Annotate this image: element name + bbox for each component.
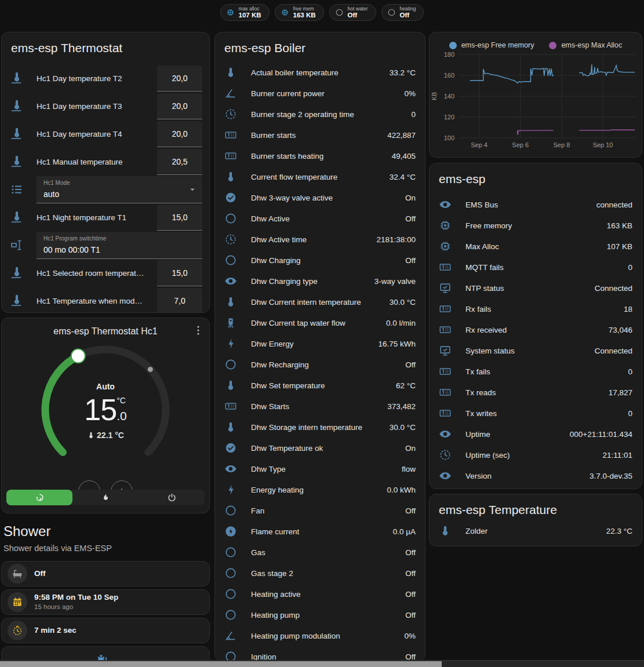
entity-row[interactable]: Dhw Storage intern temperature 30.0 °C [215,417,425,438]
entity-row[interactable]: Tx reads 17,827 [430,382,642,403]
entity-row[interactable]: Hc1 Selected room temperat… 15,0 [2,259,209,287]
entity-row[interactable]: Tx writes 0 [430,403,642,424]
entity-row[interactable]: Energy heating 0.0 kWh [215,479,425,500]
entity-value: 0 [623,367,632,376]
entity-row[interactable]: System status Connected [430,340,642,361]
entity-row[interactable]: Zolder 22.3 °C [430,520,642,541]
shower-tile[interactable]: 7 min 2 sec [1,618,210,643]
entity-row[interactable]: Uptime (sec) 21:11:01 [430,444,642,465]
bathtub-icon [12,568,23,579]
number-input[interactable]: 20,0 [157,121,202,147]
entity-label: Uptime (sec) [465,451,510,460]
number-input[interactable]: 20,0 [157,65,202,92]
entity-row[interactable]: Dhw 3-way valve active On [215,187,425,208]
entity-value: 3.7.0-dev.35 [585,472,632,480]
entity-row[interactable]: Rx received 73,046 [430,319,642,340]
entity-row[interactable]: Hc1 Day temperature T2 20,0 [2,64,209,92]
entity-row[interactable]: Hc1 Temperature when mod… 7,0 [2,287,209,313]
entity-row[interactable]: Dhw Current intern temperature 30.0 °C [215,291,425,312]
entity-row[interactable]: Hc1 Night temperature T1 15,0 [2,203,209,231]
entity-row[interactable]: Dhw Type flow [215,458,425,479]
status-chip[interactable]: max alloc 107 KB [220,4,270,21]
hvac-mode-button[interactable] [6,490,72,505]
status-chip[interactable]: heating Off [381,4,424,21]
entity-label: Burner stage 2 operating time [251,110,354,119]
svg-text:Sep 6: Sep 6 [512,141,529,148]
entity-label: Heating pump modulation [251,632,340,640]
entity-row[interactable]: Heating active Off [215,584,425,604]
entity-label: Flame current [251,527,299,536]
entity-row[interactable]: Dhw Current tap water flow 0.0 l/min [215,312,425,333]
entity-row[interactable]: Burner starts 422,887 [215,125,425,145]
entity-row[interactable]: Dhw Recharging Off [215,354,425,375]
entity-value: 0.0 µA [388,527,416,536]
entity-row[interactable]: Burner current power 0% [215,83,425,104]
shower-tile[interactable]: 9:58 PM on Tue 10 Sep 15 hours ago [1,589,210,615]
counter-icon [439,386,452,399]
entity-label: Actual boiler temperature [251,68,339,77]
status-chip[interactable]: hot water Off [329,4,376,21]
number-input[interactable]: 15,0 [157,260,202,286]
entity-row[interactable]: Dhw Temperature ok On [215,438,425,458]
dial-knob[interactable] [71,349,85,363]
thermostat-dial[interactable]: Auto 15°C.0 22.1 °C [24,340,187,479]
number-input[interactable]: 15,0 [157,205,202,231]
status-chip[interactable]: free mem 163 KB [275,4,324,21]
entity-row[interactable]: Flame current 0.0 µA [215,521,425,542]
entity-row[interactable]: Dhw Set temperature 62 °C [215,375,425,396]
entity-row[interactable]: Heating pump Off [215,604,425,625]
entity-label: Gas [251,548,265,557]
entity-label: Dhw Active [251,214,290,223]
entity-label: Tx fails [465,367,490,376]
entity-row[interactable]: Dhw Active time 2181:38:00 [215,229,425,250]
entity-row[interactable]: Gas Off [215,542,425,563]
entity-row[interactable]: Gas stage 2 Off [215,563,425,584]
entity-row[interactable]: Heating pump modulation 0% [215,625,425,646]
scrollbar-thumb[interactable] [0,661,442,667]
entity-row[interactable]: Hc1 Day temperature T4 20,0 [2,120,209,148]
number-input[interactable]: 7,0 [157,288,202,314]
legend-item[interactable]: ems-esp Free memory [449,41,534,49]
entity-row[interactable]: NTP status Connected [430,278,642,298]
circle-icon [224,567,237,579]
legend-item[interactable]: ems-esp Max Alloc [549,41,622,49]
entity-row[interactable]: Max Alloc 107 KB [430,236,642,257]
entity-value: 30.0 °C [385,423,416,432]
shower-tile[interactable]: Off [1,561,210,586]
thermometer-icon [87,431,95,439]
chip-label: heating [400,6,416,12]
entity-row[interactable]: Hc1 Manual temperature 20,5 [2,148,209,176]
entity-row[interactable]: Rx fails 18 [430,298,642,319]
hvac-mode-button[interactable] [72,490,139,505]
entity-label: Dhw Temperature ok [251,444,323,453]
horizontal-scrollbar[interactable] [0,660,644,667]
number-input[interactable]: 20,5 [157,149,202,175]
mode-select[interactable]: Hc1 Mode auto [37,176,202,203]
entity-row[interactable]: Actual boiler temperature 33.2 °C [215,62,425,83]
entity-row[interactable]: Fan Off [215,500,425,521]
entity-row[interactable]: Dhw Active Off [215,208,425,229]
entity-row[interactable]: Current flow temperature 32.4 °C [215,166,425,187]
entity-row[interactable]: Burner stage 2 operating time 0 [215,104,425,125]
entity-row[interactable]: Hc1 Day temperature T3 20,0 [2,92,209,120]
entity-row[interactable]: Tx fails 0 [430,361,642,382]
entity-row[interactable]: Dhw Energy 16.75 kWh [215,333,425,354]
switchtime-input[interactable]: Hc1 Program switchtime 00 mo 00:00 T1 [37,232,202,259]
entity-row[interactable]: Uptime 000+21:11:01.434 [430,424,642,444]
entity-row[interactable]: Burner starts heating 49,405 [215,145,425,166]
entity-value: 33.2 °C [385,68,416,77]
more-options-icon[interactable] [192,324,205,337]
number-input[interactable]: 20,0 [157,93,202,119]
entity-row[interactable]: MQTT fails 0 [430,257,642,278]
entity-row[interactable]: Version 3.7.0-dev.35 [430,465,642,486]
counter-icon [439,261,452,274]
entity-row[interactable]: Dhw Charging Off [215,250,425,271]
entity-row[interactable]: Free memory 163 KB [430,215,642,236]
tile-secondary: 15 hours ago [34,603,118,611]
hvac-mode-button[interactable] [139,490,205,505]
entity-row[interactable]: Dhw Charging type 3-way valve [215,271,425,291]
entity-row[interactable]: Dhw Starts 373,482 [215,396,425,417]
entity-row[interactable]: EMS Bus connected [430,194,642,215]
circle-icon [224,608,237,621]
entity-row[interactable]: Ignition Off [215,646,425,661]
